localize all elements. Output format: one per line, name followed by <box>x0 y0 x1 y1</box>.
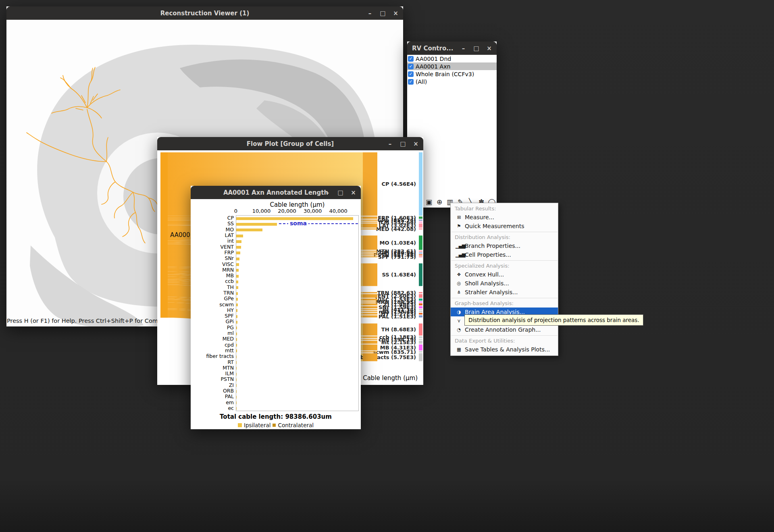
sankey-source-node <box>160 152 168 318</box>
layer-item[interactable]: ✓(All) <box>407 78 497 85</box>
layer-item[interactable]: ✓AA0001 Dnd <box>407 55 497 62</box>
category-label: PSTN <box>191 376 234 382</box>
region-color-strip <box>419 294 422 298</box>
category-label: MED <box>191 336 234 342</box>
sankey-target-node <box>363 324 377 336</box>
maximize-icon[interactable]: □ <box>379 10 386 17</box>
sankey-target-node <box>363 254 377 256</box>
menu-item[interactable]: ◔Create Annotation Graph... <box>451 325 558 334</box>
sankey-target-node <box>363 341 377 343</box>
axis-tick-label: 40,000 <box>329 208 347 214</box>
histogram-icon: ▁▄▆ <box>456 243 462 249</box>
minimize-icon[interactable]: – <box>366 10 373 17</box>
sankey-target-node <box>363 222 377 223</box>
annotation-graph-icon: ◔ <box>456 327 462 332</box>
checkbox-icon[interactable]: ✓ <box>408 64 414 69</box>
menu-item[interactable]: ⊞Measure... <box>451 213 558 222</box>
bar-ipsilateral <box>236 309 237 312</box>
menu-item[interactable]: ▁▄▆Cell Properties... <box>451 250 558 259</box>
sankey-target-node <box>363 220 377 221</box>
region-color-strip <box>419 256 422 258</box>
bar-ipsilateral <box>236 281 238 283</box>
maximize-icon[interactable]: □ <box>337 189 344 196</box>
menu-item[interactable]: ⋔Strahler Analysis... <box>451 288 558 297</box>
menu-item[interactable]: ⚑Quick Measurements <box>451 222 558 231</box>
sankey-target-node <box>363 216 377 219</box>
alw-window-title: AA0001 Axn Annotated Length <box>223 189 328 196</box>
category-label: TH <box>191 285 234 290</box>
bar-ipsilateral <box>236 332 237 335</box>
bar-ipsilateral <box>236 349 237 352</box>
checkbox-icon[interactable]: ✓ <box>408 56 414 62</box>
sankey-target-node <box>363 303 377 305</box>
cube-icon[interactable]: ▣ <box>425 198 433 206</box>
close-icon[interactable]: × <box>350 189 357 196</box>
minimize-icon[interactable]: – <box>387 140 393 148</box>
sankey-target-node <box>363 345 377 351</box>
sankey-target-node <box>363 309 377 310</box>
menu-item-label: Strahler Analysis... <box>465 289 518 295</box>
layer-item[interactable]: ✓AA0001 Axn <box>407 62 497 70</box>
category-label: VISC <box>191 262 234 267</box>
category-label: mtt <box>191 348 234 353</box>
menu-item-label: Create Annotation Graph... <box>465 326 541 333</box>
sankey-target-node <box>363 253 377 254</box>
bar-ipsilateral <box>236 390 237 393</box>
menu-item-label: Quick Measurements <box>465 223 524 229</box>
bar-ipsilateral <box>236 303 238 306</box>
menu-separator <box>451 232 558 232</box>
bar-ipsilateral <box>236 373 237 376</box>
bar-ipsilateral <box>236 263 239 266</box>
menu-section-header: Tabular Results: <box>451 205 558 213</box>
window-controls: – □ × <box>460 42 493 55</box>
minimize-icon[interactable]: – <box>324 189 331 196</box>
category-label: fiber tracts <box>191 353 234 359</box>
close-icon[interactable]: × <box>412 140 419 148</box>
globe-icon[interactable]: ⊕ <box>435 198 443 206</box>
region-color-strip <box>419 353 422 361</box>
window-controls: – □ × <box>324 186 357 199</box>
bar-ipsilateral <box>236 229 262 231</box>
menu-section-header: Specialized Analysis: <box>451 262 558 270</box>
annotated-length-window: AA0001 Axn Annotated Length – □ × Total … <box>191 186 361 429</box>
close-icon[interactable]: × <box>392 10 399 17</box>
flow-target-label: PAL (1.51E3) <box>379 314 416 320</box>
axis-tick-label: 30,000 <box>304 208 322 214</box>
window-controls: – □ × <box>387 137 419 150</box>
checkbox-icon[interactable]: ✓ <box>408 71 414 77</box>
alw-titlebar[interactable]: AA0001 Axn Annotated Length – □ × <box>191 186 361 199</box>
sankey-target-node <box>363 152 377 216</box>
minimize-icon[interactable]: – <box>460 45 467 52</box>
sankey-target-node <box>363 337 377 338</box>
menu-item[interactable]: ❖Convex Hull... <box>451 270 558 279</box>
category-label: FRP <box>191 250 234 256</box>
menu-section-header: Distribution Analysis: <box>451 233 558 241</box>
region-color-strip <box>419 292 422 293</box>
sankey-target-node <box>363 353 377 361</box>
menu-item[interactable]: ▦Save Tables & Analysis Plots... <box>451 345 558 354</box>
convex-hull-icon: ❖ <box>456 272 462 277</box>
menu-tooltip: Distribution analyisis of projection pat… <box>464 314 643 326</box>
close-icon[interactable]: × <box>486 45 493 52</box>
layer-label: Whole Brain (CCFv3) <box>416 71 474 77</box>
menu-section-header: Graph-based Analysis: <box>451 299 558 308</box>
menu-item[interactable]: ▁▄▆Branch Properties... <box>451 241 558 250</box>
category-label: PG <box>191 325 234 330</box>
menu-item[interactable]: ◎Sholl Analysis... <box>451 279 558 288</box>
bar-ipsilateral <box>236 223 277 226</box>
rv-titlebar[interactable]: RV Contro... – □ × <box>407 42 497 55</box>
flow-titlebar[interactable]: Flow Plot [Group of Cells] – □ × <box>157 137 423 150</box>
bar-ipsilateral <box>236 240 241 243</box>
region-color-strip <box>419 306 422 309</box>
checkbox-icon[interactable]: ✓ <box>408 79 414 85</box>
maximize-icon[interactable]: □ <box>473 45 480 52</box>
region-color-strip <box>419 341 422 343</box>
flow-target-label: SS (1.63E4) <box>382 272 416 278</box>
viewer-titlebar[interactable]: Reconstruction Viewer (1) – □ × <box>6 6 403 20</box>
sankey-target-node <box>363 256 377 258</box>
layer-item[interactable]: ✓Whole Brain (CCFv3) <box>407 70 497 78</box>
maximize-icon[interactable]: □ <box>399 140 406 148</box>
category-label: GPe <box>191 296 234 301</box>
layer-label: AA0001 Dnd <box>416 56 451 62</box>
alw-plot-area <box>236 215 359 411</box>
